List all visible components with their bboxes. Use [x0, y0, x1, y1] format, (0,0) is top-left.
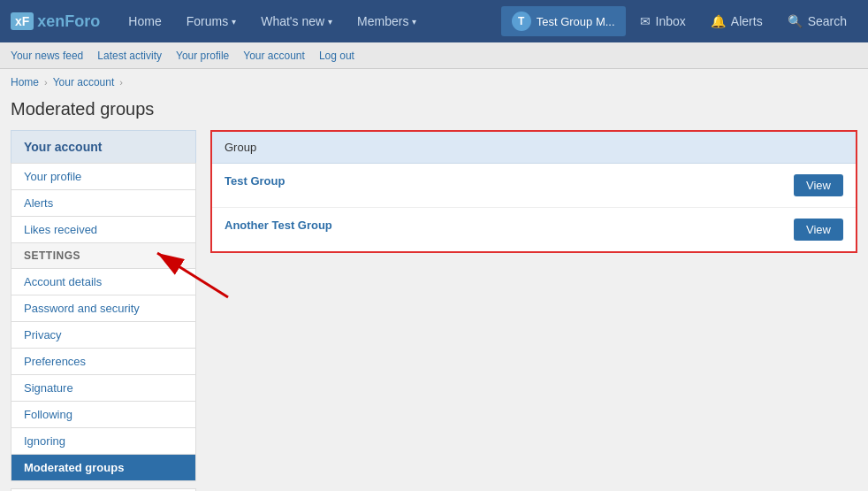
logo-text: xenForo	[37, 12, 100, 31]
red-arrow-svg	[104, 235, 237, 306]
breadcrumb-home[interactable]: Home	[11, 76, 39, 88]
subnav-your-account[interactable]: Your account	[243, 50, 305, 62]
logo-box: xF	[11, 12, 34, 30]
subnav-news-feed[interactable]: Your news feed	[11, 50, 83, 62]
content-area: Group Test Group View Another Test Group…	[210, 130, 857, 333]
group-name-1: Test Group	[225, 174, 285, 188]
sidebar-item-following[interactable]: Following	[11, 401, 196, 427]
breadcrumb-separator-2: ›	[119, 77, 123, 88]
sidebar-item-signature[interactable]: Signature	[11, 374, 196, 401]
avatar: T	[512, 12, 531, 31]
sidebar: Your account Your profile Alerts Likes r…	[11, 130, 196, 491]
subnav-your-profile[interactable]: Your profile	[176, 50, 229, 62]
chevron-down-icon: ▾	[328, 17, 332, 27]
table-row: Another Test Group View	[212, 208, 856, 252]
sidebar-item-privacy[interactable]: Privacy	[11, 321, 196, 348]
group-row-2: Another Test Group View	[212, 208, 856, 252]
arrow-annotation	[210, 262, 857, 333]
breadcrumb: Home › Your account ›	[0, 69, 868, 96]
sidebar-item-your-profile[interactable]: Your profile	[11, 163, 196, 189]
group-name-2: Another Test Group	[225, 219, 332, 232]
view-button-2[interactable]: View	[794, 219, 843, 241]
group-row-1: Test Group View	[212, 164, 856, 208]
page-title: Moderated groups	[0, 96, 868, 130]
sub-navigation: Your news feed Latest activity Your prof…	[0, 42, 868, 69]
sidebar-heading: Your account	[11, 130, 196, 163]
nav-right: T Test Group M... ✉ Inbox 🔔 Alerts 🔍 Sea…	[501, 0, 857, 42]
main-layout: Your account Your profile Alerts Likes r…	[0, 130, 868, 491]
nav-whats-new[interactable]: What's new ▾	[250, 0, 343, 42]
user-name: Test Group M...	[537, 15, 615, 28]
inbox-button[interactable]: ✉ Inbox	[629, 0, 697, 42]
sidebar-item-moderated-groups[interactable]: Moderated groups	[11, 454, 196, 481]
chevron-down-icon: ▾	[232, 17, 236, 27]
search-icon: 🔍	[788, 14, 803, 28]
alerts-button[interactable]: 🔔 Alerts	[700, 0, 773, 42]
view-button-1[interactable]: View	[794, 174, 843, 196]
logo[interactable]: xF xenForo	[11, 12, 100, 31]
top-navigation: xF xenForo Home Forums ▾ What's new ▾ Me…	[0, 0, 868, 42]
bell-icon: 🔔	[711, 14, 726, 28]
column-header-group: Group	[212, 132, 856, 164]
chevron-down-icon: ▾	[412, 17, 416, 27]
sidebar-item-alerts[interactable]: Alerts	[11, 189, 196, 216]
sidebar-item-preferences[interactable]: Preferences	[11, 348, 196, 374]
nav-members[interactable]: Members ▾	[346, 0, 427, 42]
user-menu[interactable]: T Test Group M...	[501, 6, 626, 36]
inbox-label: Inbox	[656, 14, 686, 28]
alerts-label: Alerts	[731, 14, 763, 28]
nav-home[interactable]: Home	[118, 0, 171, 42]
inbox-icon: ✉	[640, 14, 651, 28]
search-button[interactable]: 🔍 Search	[777, 0, 857, 42]
search-label: Search	[808, 14, 847, 28]
nav-forums[interactable]: Forums ▾	[176, 0, 247, 42]
sidebar-item-ignoring[interactable]: Ignoring	[11, 427, 196, 454]
groups-table: Group Test Group View Another Test Group…	[212, 132, 856, 251]
breadcrumb-separator: ›	[44, 77, 48, 88]
subnav-log-out[interactable]: Log out	[319, 50, 354, 62]
nav-left: xF xenForo Home Forums ▾ What's new ▾ Me…	[11, 0, 427, 42]
content-box: Group Test Group View Another Test Group…	[210, 130, 857, 253]
table-row: Test Group View	[212, 164, 856, 208]
subnav-latest-activity[interactable]: Latest activity	[97, 50, 162, 62]
breadcrumb-account[interactable]: Your account	[53, 76, 115, 88]
